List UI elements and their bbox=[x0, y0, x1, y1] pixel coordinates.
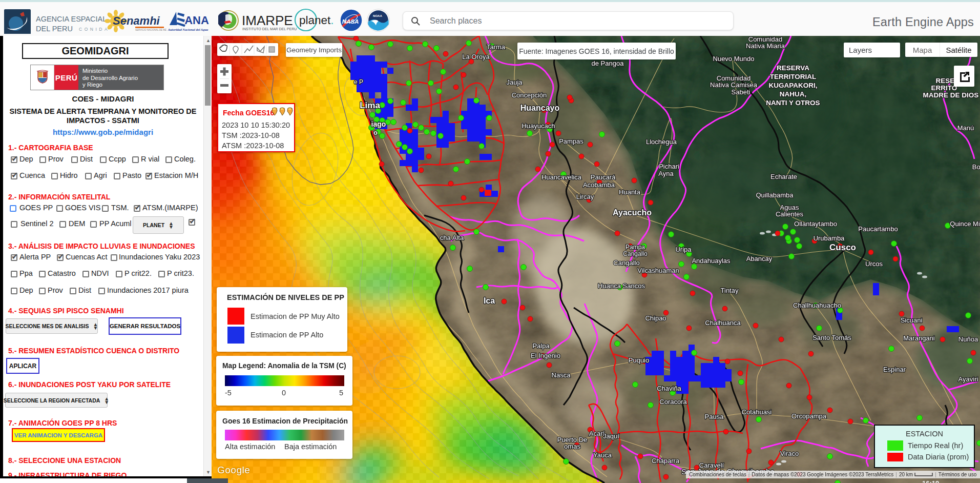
svg-text:Puquio: Puquio bbox=[629, 356, 649, 364]
svg-text:Ayacucho: Ayacucho bbox=[613, 208, 652, 217]
svg-text:RESE: RESE bbox=[936, 77, 955, 85]
svg-text:Llochegua: Llochegua bbox=[646, 138, 677, 146]
svg-text:Huancavelica: Huancavelica bbox=[541, 173, 582, 181]
svg-text:Ayna: Ayna bbox=[658, 170, 674, 177]
svg-text:Yauca: Yauca bbox=[593, 451, 612, 459]
svg-text:Manú: Manú bbox=[957, 124, 974, 132]
svg-text:Autoridad Nacional del Agua: Autoridad Nacional del Agua bbox=[168, 28, 208, 31]
svg-text:e P: e P bbox=[354, 78, 363, 86]
svg-text:Quillabamba: Quillabamba bbox=[756, 191, 794, 199]
svg-text:Echarate: Echarate bbox=[770, 173, 797, 180]
svg-text:Tintay: Tintay bbox=[721, 287, 739, 294]
svg-text:Huancayo: Huancayo bbox=[520, 104, 560, 112]
svg-text:Cotahuasi: Cotahuasi bbox=[742, 408, 772, 416]
svg-text:TERRITORIAL: TERRITORIAL bbox=[770, 73, 817, 80]
svg-text:ANA: ANA bbox=[184, 14, 209, 27]
svg-text:Cusco: Cusco bbox=[829, 243, 856, 252]
svg-text:Ayaviri: Ayaviri bbox=[958, 375, 978, 383]
svg-text:Nativa Camisea: Nativa Camisea bbox=[710, 81, 758, 89]
svg-text:Pausa: Pausa bbox=[705, 413, 724, 420]
svg-text:Cangallo: Cangallo bbox=[613, 259, 639, 267]
svg-text:Lircay: Lircay bbox=[576, 193, 594, 200]
svg-text:Nuevo Mundo: Nuevo Mundo bbox=[713, 55, 755, 63]
svg-text:Chipao: Chipao bbox=[645, 314, 666, 322]
svg-text:Sabeti: Sabeti bbox=[732, 88, 750, 96]
svg-text:Andahuaylas: Andahuaylas bbox=[692, 257, 731, 265]
svg-text:Abancay: Abancay bbox=[746, 255, 773, 263]
svg-text:o: o bbox=[373, 129, 378, 136]
svg-text:NANTI Y OTROS: NANTI Y OTROS bbox=[766, 99, 820, 107]
svg-text:NAHUA,: NAHUA, bbox=[780, 90, 807, 98]
svg-text:Chalhuanca: Chalhuanca bbox=[705, 319, 741, 327]
svg-text:Challhuahuacho: Challhuahuacho bbox=[793, 301, 841, 309]
svg-text:Orcopampa: Orcopampa bbox=[791, 412, 827, 420]
svg-text:Viraco: Viraco bbox=[780, 450, 799, 457]
svg-text:Boc: Boc bbox=[972, 163, 980, 171]
svg-text:San Juan de Chuquibamba: San Juan de Chuquibamba bbox=[681, 467, 775, 476]
svg-text:Quince Mil: Quince Mil bbox=[950, 220, 980, 228]
svg-text:planet.: planet. bbox=[299, 14, 334, 27]
svg-text:INSTITUTO DEL MAR DEL PERU: INSTITUTO DEL MAR DEL PERU bbox=[242, 27, 297, 31]
svg-text:Vilcashuaman: Vilcashuaman bbox=[637, 267, 679, 274]
svg-text:de Pangoa: de Pangoa bbox=[592, 59, 624, 67]
svg-text:Jauja: Jauja bbox=[506, 78, 523, 86]
svg-text:AGENCIA ESPACIAL: AGENCIA ESPACIAL bbox=[36, 15, 107, 23]
svg-text:KUGAPAKORI,: KUGAPAKORI, bbox=[768, 82, 817, 89]
svg-text:Espinar: Espinar bbox=[883, 366, 906, 373]
svg-text:Huanca Sancos: Huanca Sancos bbox=[598, 282, 645, 290]
svg-text:omas: omas bbox=[564, 442, 580, 450]
svg-text:Urubamba: Urubamba bbox=[814, 234, 845, 242]
svg-text:Ollantaytambo: Ollantaytambo bbox=[794, 220, 837, 228]
svg-text:Sicuani: Sicuani bbox=[901, 316, 923, 324]
svg-text:NASA: NASA bbox=[342, 18, 359, 25]
svg-text:Tarma: Tarma bbox=[487, 43, 506, 51]
svg-text:Chaviña: Chaviña bbox=[657, 385, 681, 392]
svg-text:NOAA: NOAA bbox=[373, 14, 382, 17]
svg-text:iago: iago bbox=[371, 120, 386, 128]
svg-text:MADRE DE DIOS: MADRE DE DIOS bbox=[923, 91, 979, 99]
svg-text:Ica: Ica bbox=[484, 296, 495, 305]
svg-text:Cangallo: Cangallo bbox=[623, 250, 648, 257]
svg-text:Uripa: Uripa bbox=[675, 246, 692, 253]
svg-text:Urcos: Urcos bbox=[865, 260, 883, 268]
svg-text:El Ingenio: El Ingenio bbox=[531, 352, 560, 359]
svg-text:Nuñoa: Nuñoa bbox=[958, 335, 978, 343]
svg-text:Marangani: Marangani bbox=[903, 334, 935, 342]
svg-text:RESERVA: RESERVA bbox=[777, 64, 809, 72]
svg-text:cha Alta: cha Alta bbox=[440, 234, 464, 242]
svg-text:Cháparra: Cháparra bbox=[652, 457, 680, 465]
svg-text:Senamhi: Senamhi bbox=[113, 14, 160, 27]
svg-text:Huanta: Huanta bbox=[619, 188, 641, 196]
svg-text:Santo Tomás: Santo Tomás bbox=[812, 334, 851, 341]
svg-text:Nativa Miaria: Nativa Miaria bbox=[746, 42, 785, 50]
svg-text:DEL PERU: DEL PERU bbox=[36, 25, 73, 33]
svg-text:La Oroya: La Oroya bbox=[462, 53, 490, 61]
svg-text:Jaquí: Jaquí bbox=[603, 432, 619, 440]
svg-text:SERVICIO NACIONAL DE METEOROLO: SERVICIO NACIONAL DE METEOROLOGIA bbox=[135, 29, 166, 31]
svg-text:Paucará: Paucará bbox=[591, 173, 616, 181]
svg-text:ERRITO: ERRITO bbox=[931, 84, 957, 92]
svg-text:Paucartambo: Paucartambo bbox=[858, 225, 898, 233]
svg-text:Pampa: Pampa bbox=[625, 244, 645, 251]
svg-text:Lima: Lima bbox=[360, 100, 380, 110]
svg-text:Coracora: Coracora bbox=[659, 398, 687, 406]
svg-text:Acarí: Acarí bbox=[589, 430, 605, 437]
svg-text:Pampas: Pampas bbox=[559, 137, 583, 145]
svg-text:Palpa: Palpa bbox=[532, 342, 550, 350]
svg-text:IMARPE: IMARPE bbox=[242, 13, 293, 28]
svg-text:Concepción: Concepción bbox=[512, 91, 547, 99]
svg-text:Pichari: Pichari bbox=[659, 163, 679, 170]
svg-text:Acobamba: Acobamba bbox=[583, 181, 615, 189]
svg-text:Nasca: Nasca bbox=[552, 371, 571, 379]
svg-text:Huayucach: Huayucach bbox=[522, 122, 555, 130]
svg-text:Calientes: Calientes bbox=[776, 210, 804, 218]
